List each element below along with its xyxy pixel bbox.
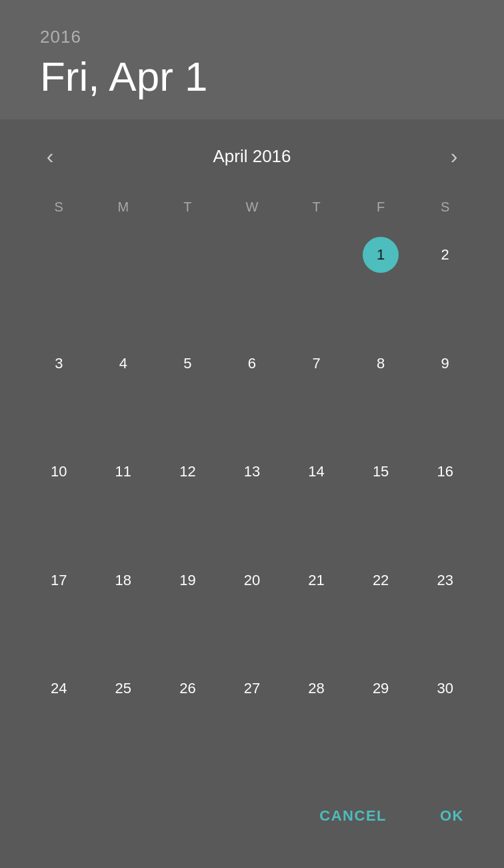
day-cell-18[interactable]: 18 xyxy=(91,554,156,607)
day-cell-26[interactable]: 26 xyxy=(155,662,220,715)
day-cell-empty xyxy=(27,228,91,282)
day-cell-27[interactable]: 27 xyxy=(220,662,285,715)
day-cell-empty xyxy=(220,228,285,282)
day-cell-empty xyxy=(91,228,156,282)
dialog-footer: CANCEL OK xyxy=(0,784,504,868)
day-cell-12[interactable]: 12 xyxy=(155,445,220,498)
ok-button[interactable]: OK xyxy=(427,797,477,835)
day-cell-empty xyxy=(155,228,220,282)
day-cell-1[interactable]: 1 xyxy=(349,228,413,282)
day-cell-3[interactable]: 3 xyxy=(27,337,91,390)
day-cell-16[interactable]: 16 xyxy=(413,445,477,498)
day-cell-2[interactable]: 2 xyxy=(413,228,477,282)
next-month-button[interactable]: › xyxy=(437,139,471,173)
day-cell-25[interactable]: 25 xyxy=(91,662,156,715)
day-header-wed: W xyxy=(220,193,285,222)
day-cell-8[interactable]: 8 xyxy=(349,337,413,390)
day-cell-empty xyxy=(284,228,349,282)
calendar-section: ‹ April 2016 › S M T W T F S 12345678910… xyxy=(0,119,504,784)
day-cell-23[interactable]: 23 xyxy=(413,554,477,607)
day-cell-19[interactable]: 19 xyxy=(155,554,220,607)
day-cell-10[interactable]: 10 xyxy=(27,445,91,498)
day-header-mon: M xyxy=(91,193,156,222)
calendar-header: 2016 Fri, Apr 1 xyxy=(0,0,504,119)
day-headers-row: S M T W T F S xyxy=(27,193,477,222)
header-year: 2016 xyxy=(40,27,464,47)
header-date: Fri, Apr 1 xyxy=(40,54,464,99)
day-header-fri: F xyxy=(349,193,413,222)
day-cell-5[interactable]: 5 xyxy=(155,337,220,390)
day-cell-15[interactable]: 15 xyxy=(349,445,413,498)
day-cell-24[interactable]: 24 xyxy=(27,662,91,715)
day-cell-28[interactable]: 28 xyxy=(284,662,349,715)
month-navigation: ‹ April 2016 › xyxy=(27,139,477,173)
day-cell-9[interactable]: 9 xyxy=(413,337,477,390)
prev-month-button[interactable]: ‹ xyxy=(33,139,67,173)
date-picker-dialog: 2016 Fri, Apr 1 ‹ April 2016 › S M T W T… xyxy=(0,0,504,868)
day-cell-29[interactable]: 29 xyxy=(349,662,413,715)
day-header-tue: T xyxy=(155,193,220,222)
day-cell-11[interactable]: 11 xyxy=(91,445,156,498)
day-header-thu: T xyxy=(284,193,349,222)
day-cell-4[interactable]: 4 xyxy=(91,337,156,390)
day-cell-17[interactable]: 17 xyxy=(27,554,91,607)
day-cell-30[interactable]: 30 xyxy=(413,662,477,715)
day-header-sat: S xyxy=(413,193,477,222)
month-title: April 2016 xyxy=(213,146,291,167)
day-cell-6[interactable]: 6 xyxy=(220,337,285,390)
day-cell-7[interactable]: 7 xyxy=(284,337,349,390)
cancel-button[interactable]: CANCEL xyxy=(306,797,400,835)
day-header-sun: S xyxy=(27,193,91,222)
day-cell-21[interactable]: 21 xyxy=(284,554,349,607)
calendar-grid: 1234567891011121314151617181920212223242… xyxy=(27,228,477,771)
day-cell-22[interactable]: 22 xyxy=(349,554,413,607)
day-cell-13[interactable]: 13 xyxy=(220,445,285,498)
day-cell-14[interactable]: 14 xyxy=(284,445,349,498)
day-cell-20[interactable]: 20 xyxy=(220,554,285,607)
